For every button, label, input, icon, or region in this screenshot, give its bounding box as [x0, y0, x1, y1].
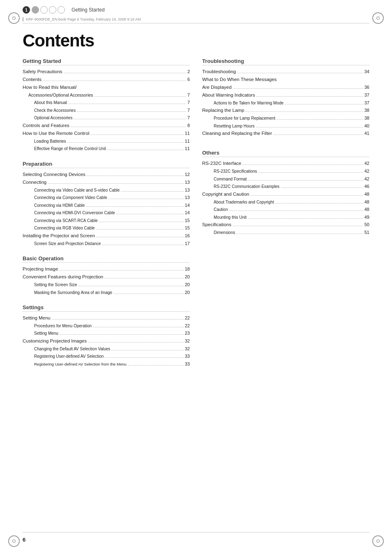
- toc-page: 42: [364, 175, 369, 183]
- toc-text: Cleaning and Replacing the Filter: [202, 130, 272, 137]
- corner-br: [372, 535, 384, 547]
- toc-page: 14: [185, 209, 190, 216]
- toc-entry-lamp-replacement: Procedure for Lamp Replacement 38: [202, 114, 369, 122]
- toc-entry-component: Connecting via Component Video Cable 13: [23, 194, 190, 201]
- toc-dots: [74, 119, 186, 119]
- toc-entry-hdmi-dvi: Connecting via HDMI-DVI Conversion Cable…: [23, 209, 190, 217]
- section-dots-troubleshooting: [202, 65, 369, 65]
- toc-page: 38: [364, 106, 369, 114]
- toc-page: 17: [185, 240, 190, 247]
- toc-text: Troubleshooting: [202, 68, 236, 76]
- toc-entry-reset-lamp: Resetting Lamp Hours 40: [202, 122, 369, 130]
- section-dots-getting-started: [23, 65, 190, 65]
- toc-text: Effective Range of Remote Control Unit: [34, 146, 106, 153]
- toc-entry-procedures-menu: Procedures for Menu Operation 22: [23, 322, 190, 330]
- toc-page: 2: [187, 68, 190, 75]
- toc-entry-video-svideo: Connecting via Video Cable and S-video C…: [23, 186, 190, 194]
- toc-dots: [102, 245, 183, 245]
- toc-dots: [96, 229, 184, 229]
- toc-dots: [250, 195, 363, 196]
- toc-entry-actions-warning: Actions to Be Taken for Warning Mode 37: [202, 99, 369, 107]
- toc-page: 20: [185, 281, 190, 288]
- toc-dots: [107, 150, 184, 150]
- section-getting-started: Getting Started Safety Precautions 2 Con…: [23, 58, 190, 153]
- toc-entry-scart: Connecting via SCART-RCA Cable 15: [23, 217, 190, 225]
- toc-dots: [285, 104, 363, 104]
- toc-entry-specifications: Specifications 50: [202, 221, 369, 229]
- toc-text: Replacing the Lamp: [202, 106, 244, 114]
- toc-text: How to Read this Manual/: [23, 83, 77, 91]
- toc-entry-installing: Installing the Projector and Screen 16: [23, 232, 190, 240]
- toc-dots: [52, 319, 184, 319]
- toc-page: 42: [364, 160, 369, 167]
- toc-page: 11: [185, 145, 190, 152]
- toc-entry-rs232c: RS-232C Interface 42: [202, 160, 369, 167]
- toc-entry-copyright: Copyright and Caution 48: [202, 190, 369, 198]
- toc-entry-warning-indicators: About Warning Indicators 37: [202, 91, 369, 99]
- toc-text: Connecting via Component Video Cable: [34, 194, 107, 201]
- toc-dots: [99, 222, 184, 222]
- toc-dots: [104, 278, 183, 278]
- toc-dots: [236, 234, 363, 234]
- toc-dots: [96, 237, 184, 237]
- toc-text: Controls and Features: [23, 122, 69, 130]
- toc-text: Procedures for Menu Operation: [34, 323, 92, 330]
- toc-dots: [77, 111, 186, 112]
- toc-text: What to Do When These Messages: [202, 76, 277, 83]
- toc-entry-what-to-do: What to Do When These Messages: [202, 76, 369, 83]
- toc-entry-safety: Safety Precautions 2: [23, 68, 190, 76]
- toc-entry-remote-control: How to Use the Remote Control 11: [23, 130, 190, 137]
- toc-entry-rs232c-spec: RS-232C Specifications 42: [202, 167, 369, 175]
- section-title-troubleshooting: Troubleshooting: [202, 58, 369, 64]
- toc-page: 15: [185, 224, 190, 232]
- toc-entry-registering-menu: Registering User-defined AV Selection fr…: [23, 360, 190, 368]
- toc-entry-cleaning: Cleaning and Replacing the Filter 41: [202, 130, 369, 137]
- page-number: 6: [23, 537, 25, 543]
- toc-page: 15: [185, 217, 190, 224]
- toc-dots: [43, 81, 186, 81]
- toc-text: Screen Size and Projection Distance: [34, 241, 101, 248]
- toc-text: Check the Accessories: [34, 107, 76, 114]
- toc-text: Registering User-defined AV Selection: [34, 353, 104, 360]
- corner-bl: [8, 535, 20, 547]
- toc-page: 46: [364, 183, 369, 190]
- toc-page: 13: [185, 186, 190, 194]
- toc-dots: [111, 350, 183, 350]
- toc-page: 51: [364, 229, 369, 236]
- toc-entry-contents: Contents 6: [23, 76, 190, 83]
- toc-dots: [121, 191, 183, 192]
- toc-text: Procedure for Lamp Replacement: [214, 115, 275, 122]
- section-dots-others: [202, 157, 369, 157]
- main-content: Contents Getting Started Safety Precauti…: [23, 23, 369, 376]
- toc-dots: [113, 294, 184, 294]
- toc-page: 32: [185, 337, 190, 345]
- toc-text: Connecting: [23, 178, 46, 186]
- toc-text: Projecting Image: [23, 265, 58, 273]
- toc-entry-how-to-read: How to Read this Manual/: [23, 83, 190, 91]
- toc-entry-hdmi: Connecting via HDMI Cable 14: [23, 201, 190, 209]
- nav-bar: 1 Getting Started: [23, 4, 369, 16]
- toc-dots: [86, 206, 183, 207]
- toc-text: About Warning Indicators: [202, 91, 255, 99]
- nav-dots: [32, 6, 65, 14]
- toc-entry-screen-size: Screen Size and Projection Distance 17: [23, 240, 190, 248]
- toc-text: Connecting via HDMI Cable: [34, 202, 85, 209]
- section-dots-basic-op: [23, 262, 190, 263]
- toc-page: 20: [185, 289, 190, 296]
- toc-text: Setting Menu: [34, 330, 58, 337]
- toc-text: Mounting this Unit: [214, 214, 247, 221]
- toc-text: Connecting via SCART-RCA Cable: [34, 218, 98, 225]
- toc-page: 41: [364, 130, 369, 137]
- toc-page: 33: [185, 352, 190, 360]
- toc-entry-about-manual: About this Manual 7: [23, 99, 190, 106]
- toc-text: Setting the Screen Size: [34, 282, 77, 289]
- nav-dot-3: [49, 6, 56, 14]
- toc-entry-troubleshooting: Troubleshooting 34: [202, 68, 369, 76]
- toc-text: Installing the Projector and Screen: [23, 232, 95, 240]
- toc-entry-mounting: Mounting this Unit 49: [202, 213, 369, 221]
- toc-text: Safety Precautions: [23, 68, 62, 76]
- toc-text: RS-232C Communication Examples: [214, 183, 279, 190]
- toc-text: Optional Accessories: [34, 115, 72, 122]
- toc-dots: [108, 199, 184, 199]
- toc-page: 22: [185, 314, 190, 322]
